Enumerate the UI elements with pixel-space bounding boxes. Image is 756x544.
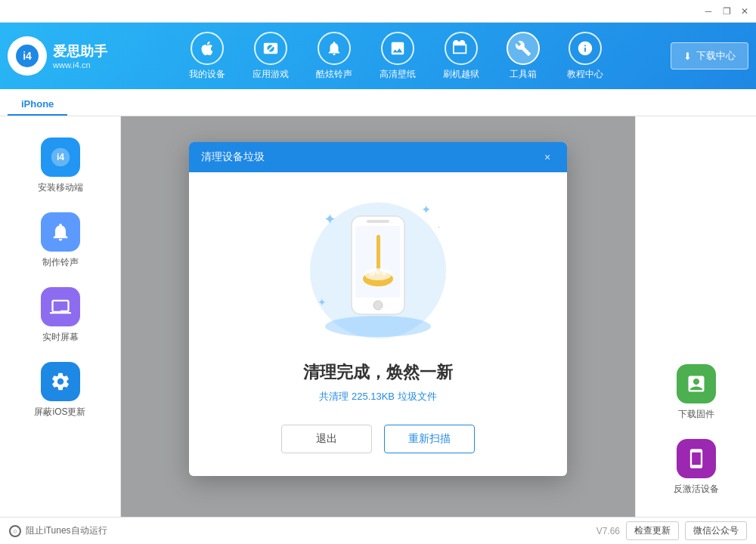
right-sidebar-item-anti-activate[interactable]: 反激活设备 (636, 433, 756, 502)
subtitle-suffix: 垃圾文件 (395, 391, 437, 402)
restore-button[interactable]: ❐ (718, 3, 735, 20)
block-update-icon (41, 362, 80, 401)
logo-area: i4 爱思助手 www.i4.cn (8, 36, 129, 76)
bottom-left: ○ 阻止iTunes自动运行 (9, 524, 107, 537)
dialog-close-button[interactable]: × (540, 150, 555, 165)
anti-activate-icon (677, 439, 716, 478)
ringtones-icon (318, 32, 351, 65)
apps-games-icon (254, 32, 287, 65)
svg-point-7 (373, 301, 383, 310)
svg-point-13 (382, 270, 387, 275)
exit-button[interactable]: 退出 (281, 425, 372, 453)
close-button[interactable]: ✕ (736, 3, 753, 20)
stop-itunes-icon: ○ (9, 525, 21, 537)
install-app-icon: i4 (41, 138, 80, 177)
dialog-title: 清理设备垃圾 (201, 150, 265, 164)
dialog-body: ✦ ✦ ✦ · (189, 172, 567, 476)
anti-activate-label: 反激活设备 (674, 483, 719, 496)
nav-item-toolbox[interactable]: 工具箱 (493, 32, 553, 81)
toolbox-icon (507, 32, 540, 65)
subtitle-prefix: 共清理 (319, 391, 352, 402)
download-center-button[interactable]: ⬇ 下载中心 (671, 42, 748, 70)
titlebar: ─ ❐ ✕ (0, 0, 756, 23)
logo-text: 爱思助手 www.i4.cn (53, 42, 107, 70)
sidebar-item-block-update[interactable]: 屏蔽iOS更新 (0, 356, 120, 425)
app-name: 爱思助手 (53, 42, 107, 60)
right-sidebar: 下载固件 反激活设备 (635, 116, 756, 517)
svg-text:i4: i4 (56, 152, 64, 162)
jailbreak-icon (445, 32, 478, 65)
block-update-label: 屏蔽iOS更新 (34, 406, 85, 419)
bottom-right: V7.66 检查更新 微信公众号 (596, 521, 747, 540)
wechat-button[interactable]: 微信公众号 (685, 521, 747, 540)
dialog: 清理设备垃圾 × ✦ ✦ ✦ · (189, 142, 567, 476)
tabbar: iPhone (0, 89, 756, 116)
dialog-buttons: 退出 重新扫描 (281, 425, 475, 453)
sparkle-2: ✦ (421, 202, 431, 217)
version-label: V7.66 (596, 526, 620, 536)
tutorial-icon (569, 32, 602, 65)
phone-illustration (333, 212, 423, 329)
left-sidebar: i4 安装移动端 制作铃声 实时屏幕 屏蔽iOS更新 (0, 116, 121, 517)
download-icon: ⬇ (683, 51, 692, 62)
screen-mirror-label: 实时屏幕 (42, 331, 79, 344)
nav-item-my-device[interactable]: 我的设备 (175, 32, 239, 81)
check-update-button[interactable]: 检查更新 (626, 521, 679, 540)
wallpaper-icon (381, 32, 414, 65)
nav-item-jailbreak[interactable]: 刷机越狱 (429, 32, 493, 81)
nav-item-apps-games[interactable]: 应用游戏 (239, 32, 302, 81)
svg-text:i4: i4 (23, 50, 32, 62)
sidebar-item-ringtone[interactable]: 制作铃声 (0, 206, 120, 275)
minimize-button[interactable]: ─ (700, 3, 717, 20)
nav-item-wallpaper[interactable]: 高清壁纸 (366, 32, 429, 81)
jailbreak-label: 刷机越狱 (443, 68, 479, 81)
ringtone-label: 制作铃声 (42, 256, 79, 269)
nav-items: 我的设备 应用游戏 酷炫铃声 高清壁纸 刷机越狱 工具箱 教程中心 (129, 32, 663, 81)
sparkle-1: ✦ (324, 210, 336, 228)
illustration: ✦ ✦ ✦ · (302, 195, 454, 346)
bottombar: ○ 阻止iTunes自动运行 V7.66 检查更新 微信公众号 (0, 517, 756, 544)
my-device-label: 我的设备 (189, 68, 225, 81)
main-area: i4 安装移动端 制作铃声 实时屏幕 屏蔽iOS更新 清理设备垃圾 × (0, 116, 756, 517)
install-app-label: 安装移动端 (38, 181, 83, 194)
dialog-header: 清理设备垃圾 × (189, 142, 567, 172)
nav-item-tutorial[interactable]: 教程中心 (553, 32, 617, 81)
dialog-subtitle: 共清理 225.13KB 垃圾文件 (319, 390, 436, 403)
nav-item-ringtones[interactable]: 酷炫铃声 (302, 32, 366, 81)
my-device-icon (191, 32, 224, 65)
ringtones-label: 酷炫铃声 (316, 68, 352, 81)
modal-overlay: 清理设备垃圾 × ✦ ✦ ✦ · (121, 116, 635, 517)
svg-point-12 (376, 270, 380, 274)
stop-itunes-label: 阻止iTunes自动运行 (26, 524, 107, 537)
download-firmware-label: 下载固件 (678, 408, 714, 421)
svg-rect-6 (367, 220, 389, 223)
sidebar-item-install-app[interactable]: i4 安装移动端 (0, 131, 120, 200)
wallpaper-label: 高清壁纸 (380, 68, 416, 81)
svg-point-11 (369, 270, 375, 276)
app-url: www.i4.cn (53, 60, 107, 70)
logo-icon: i4 (8, 36, 47, 76)
rescan-button[interactable]: 重新扫描 (384, 425, 475, 453)
right-sidebar-item-download-firmware[interactable]: 下载固件 (636, 358, 756, 427)
center-area: 清理设备垃圾 × ✦ ✦ ✦ · (121, 116, 635, 517)
toolbox-label: 工具箱 (510, 68, 537, 81)
topbar: i4 爱思助手 www.i4.cn 我的设备 应用游戏 酷炫铃声 高清壁纸 (0, 23, 756, 89)
screen-mirror-icon (41, 287, 80, 326)
sparkle-4: · (438, 221, 440, 232)
tab-iphone[interactable]: iPhone (8, 94, 67, 116)
sidebar-item-screen-mirror[interactable]: 实时屏幕 (0, 281, 120, 350)
download-label: 下载中心 (696, 49, 736, 63)
sparkle-3: ✦ (318, 296, 327, 308)
dialog-completion-title: 清理完成，焕然一新 (303, 361, 453, 384)
ringtone-icon (41, 212, 80, 252)
tutorial-label: 教程中心 (567, 68, 603, 81)
download-firmware-icon (677, 364, 716, 403)
apps-games-label: 应用游戏 (253, 68, 289, 81)
file-size: 225.13KB (352, 391, 395, 402)
